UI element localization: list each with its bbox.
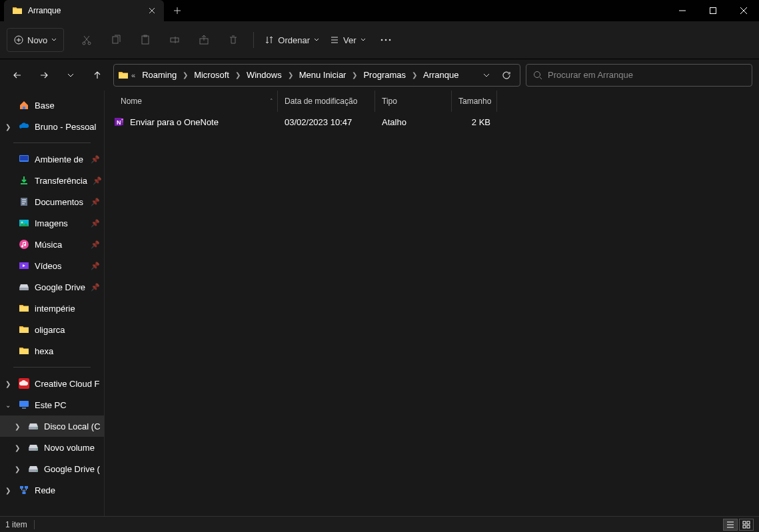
chevron-down-icon: [361, 37, 366, 43]
statusbar: 1 item: [0, 516, 759, 532]
sidebar-item[interactable]: ❯Bruno - Pessoal: [0, 116, 104, 137]
tab-arranque[interactable]: Arranque: [4, 0, 164, 21]
sidebar-item-label: intempérie: [35, 304, 75, 314]
view-thumbnails-button[interactable]: [739, 519, 754, 531]
sort-indicator-icon: ˄: [270, 98, 273, 105]
titlebar: Arranque: [0, 0, 759, 21]
sidebar-item[interactable]: ❯Rede: [0, 479, 104, 501]
search-input[interactable]: [548, 70, 745, 80]
ellipsis-icon: [380, 39, 391, 41]
arrow-left-icon: [13, 71, 22, 80]
maximize-button[interactable]: [698, 0, 728, 21]
sidebar-item[interactable]: intempérie: [0, 298, 104, 319]
grid-icon: [742, 521, 750, 529]
new-label: Novo: [27, 35, 47, 45]
cc-icon: [19, 378, 29, 389]
sidebar-item[interactable]: Vídeos📌: [0, 255, 104, 276]
file-list[interactable]: NEnviar para o OneNote03/02/2023 10:47At…: [105, 112, 759, 516]
chevron-down-icon: ⌄: [5, 401, 11, 409]
file-row[interactable]: NEnviar para o OneNote03/02/2023 10:47At…: [105, 112, 759, 132]
more-button[interactable]: [373, 28, 399, 52]
rename-button[interactable]: [161, 28, 188, 52]
svg-rect-5: [142, 36, 149, 44]
sidebar-item[interactable]: ⌄Este PC: [0, 394, 104, 415]
svg-rect-7: [171, 38, 179, 42]
folder-icon: [19, 303, 29, 314]
sidebar-item[interactable]: Documentos📌: [0, 191, 104, 212]
svg-rect-20: [19, 288, 29, 290]
sidebar-item[interactable]: ❯Novo volume: [0, 437, 104, 458]
search-box[interactable]: [526, 64, 752, 87]
breadcrumb-dropdown[interactable]: [477, 66, 496, 85]
svg-rect-14: [20, 156, 28, 160]
sidebar-item[interactable]: Música📌: [0, 234, 104, 255]
svg-rect-0: [710, 8, 716, 14]
column-date[interactable]: Data de modificação: [278, 91, 375, 112]
documents-icon: [19, 196, 29, 207]
network-icon: [19, 485, 29, 495]
share-button[interactable]: [191, 28, 217, 52]
downloads-icon: [19, 175, 29, 186]
sidebar-item-label: Música: [35, 240, 62, 250]
sidebar-item[interactable]: Transferência📌: [0, 170, 104, 191]
sidebar-divider: [13, 367, 91, 368]
svg-rect-40: [743, 525, 746, 528]
breadcrumb-item[interactable]: Programas: [359, 67, 410, 83]
copy-button[interactable]: [103, 28, 129, 52]
minimize-button[interactable]: [667, 0, 698, 21]
close-tab-button[interactable]: [147, 5, 157, 16]
trash-icon: [228, 35, 239, 45]
sidebar[interactable]: Base❯Bruno - PessoalAmbiente de📌Transfer…: [0, 91, 104, 516]
breadcrumb[interactable]: « Roaming ❯ Microsoft ❯ Windows ❯ Menu I…: [113, 64, 520, 87]
sidebar-item[interactable]: ❯Creative Cloud F: [0, 373, 104, 394]
forward-button[interactable]: [33, 65, 55, 86]
sidebar-item[interactable]: Ambiente de📌: [0, 148, 104, 170]
sidebar-item[interactable]: Imagens📌: [0, 212, 104, 234]
breadcrumb-item[interactable]: Arranque: [419, 67, 462, 83]
column-size[interactable]: Tamanho: [452, 91, 497, 112]
window-close-button[interactable]: [728, 0, 759, 21]
sidebar-item[interactable]: ❯Google Drive (: [0, 458, 104, 479]
share-icon: [199, 35, 209, 45]
svg-point-17: [21, 222, 23, 224]
up-button[interactable]: [87, 65, 108, 86]
pc-icon: [19, 399, 29, 410]
back-button[interactable]: [7, 65, 28, 86]
sidebar-item-label: Documentos: [35, 197, 83, 207]
sidebar-item[interactable]: hexa: [0, 340, 104, 362]
view-button[interactable]: Ver: [326, 28, 370, 52]
refresh-button[interactable]: [497, 66, 516, 85]
new-button[interactable]: Novo: [7, 28, 64, 52]
paste-button[interactable]: [132, 28, 159, 52]
column-name[interactable]: Nome˄: [105, 91, 278, 112]
drive-icon: [28, 442, 39, 453]
breadcrumb-overflow[interactable]: «: [130, 71, 137, 79]
svg-rect-36: [121, 121, 123, 123]
folder-icon: [118, 70, 129, 81]
sidebar-item[interactable]: Google Drive📌: [0, 276, 104, 298]
chevron-down-icon: [314, 37, 319, 43]
sidebar-item[interactable]: Base: [0, 95, 104, 116]
view-details-button[interactable]: [723, 519, 738, 531]
recent-button[interactable]: [60, 65, 81, 86]
list-icon: [726, 521, 734, 529]
music-icon: [19, 239, 29, 250]
drive-icon: [28, 463, 39, 474]
sidebar-item[interactable]: ❯Disco Local (C: [0, 415, 104, 437]
column-type[interactable]: Tipo: [375, 91, 452, 112]
arrow-right-icon: [39, 71, 49, 80]
breadcrumb-item[interactable]: Roaming: [138, 67, 181, 83]
svg-rect-37: [121, 123, 123, 125]
delete-button[interactable]: [220, 28, 247, 52]
breadcrumb-item[interactable]: Windows: [243, 67, 286, 83]
svg-rect-39: [747, 521, 750, 524]
videos-icon: [19, 260, 29, 271]
svg-point-10: [384, 39, 386, 41]
sidebar-item[interactable]: oligarca: [0, 319, 104, 340]
breadcrumb-item[interactable]: Menu Iniciar: [295, 67, 351, 83]
svg-point-18: [19, 240, 29, 249]
cut-button[interactable]: [73, 28, 100, 52]
new-tab-button[interactable]: [164, 0, 191, 21]
breadcrumb-item[interactable]: Microsoft: [190, 67, 233, 83]
sort-button[interactable]: Ordenar: [261, 28, 323, 52]
